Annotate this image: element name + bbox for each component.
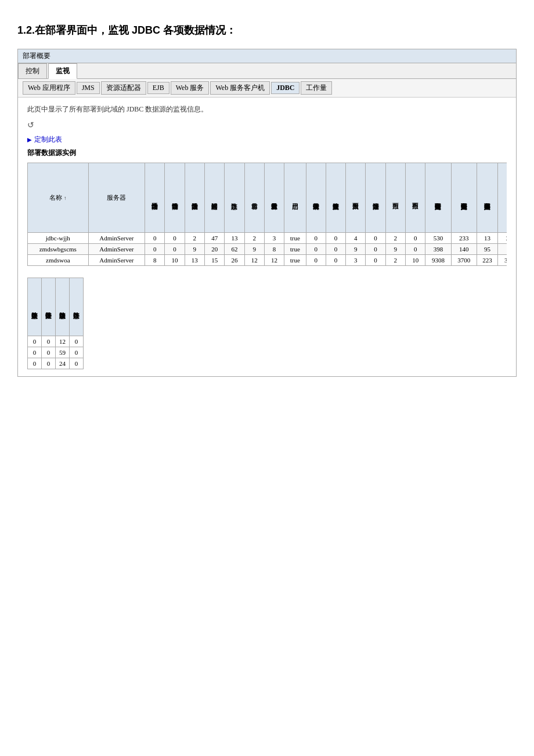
nav-workload[interactable]: 工作量 — [301, 81, 332, 95]
table-cell: AdminServer — [88, 233, 145, 244]
table-cell: 0 — [326, 233, 345, 244]
table-cell: 0 — [165, 244, 185, 255]
col-predef-add: 预定义义语句高速缓存存添加计数 — [451, 163, 477, 233]
second-table-cell: 12 — [56, 336, 70, 347]
main-table-wrapper: 名称 ↑ 服务器 活动连接平均计数 当前活动连接计数 最大活动连接计数 连接延迟… — [27, 163, 507, 266]
second-table-cell: 0 — [28, 347, 42, 358]
nav-bar: Web 应用程序 JMS 资源适配器 EJB Web 服务 Web 服务客户机 … — [18, 79, 516, 98]
table-cell: 10 — [165, 255, 185, 266]
customize-link-label: 定制此表 — [34, 135, 62, 145]
table-cell: 2 — [185, 233, 204, 244]
table-cell: 8 — [264, 244, 284, 255]
nav-web-client[interactable]: Web 服务客户机 — [210, 81, 270, 95]
second-header-row: 等待连接失败总数 最大等待连接计数 等待连接成功总数 等待连接总数 — [28, 278, 84, 336]
table-row: zmdswbgscmsAdminServer009206298true00909… — [28, 244, 507, 255]
table-cell: 3 — [346, 255, 366, 266]
col-failed-reserve: 失败的保留请求计数 — [306, 163, 326, 233]
second-table-cell: 24 — [56, 358, 70, 369]
table-cell: 0 — [145, 244, 165, 255]
nav-web-app[interactable]: Web 应用程序 — [23, 81, 75, 95]
table-cell: 0 — [366, 255, 385, 266]
col-wait-total: 等待连接总数 — [70, 278, 84, 336]
second-table-cell: 0 — [28, 358, 42, 369]
page-title: 1.2.在部署界面中，监视 JDBC 各项数据情况： — [17, 23, 517, 37]
second-table-row: 00240 — [28, 358, 84, 369]
table-header-row: 名称 ↑ 服务器 活动连接平均计数 当前活动连接计数 最大活动连接计数 连接延迟… — [28, 163, 507, 233]
col-predef-access: 预定义语句高速缓存存访问计数 — [425, 163, 451, 233]
section-title: 部署数据源实例 — [27, 148, 507, 158]
table-cell: 62 — [225, 244, 244, 255]
table-cell: AdminServer — [88, 255, 145, 266]
table-cell: 9 — [385, 244, 405, 255]
table-cell: true — [284, 233, 306, 244]
table-cell: jdbc-wjjh — [28, 233, 89, 244]
table-cell: 0 — [405, 233, 425, 244]
table-cell: 3700 — [451, 255, 477, 266]
table-cell: 9 — [185, 244, 204, 255]
col-wait-success: 等待连接成功总数 — [56, 278, 70, 336]
col-max-available: 最大可用数 — [346, 163, 366, 233]
second-table-cell: 0 — [42, 358, 56, 369]
tab-control[interactable]: 控制 — [18, 63, 47, 78]
table-cell: 12 — [244, 255, 264, 266]
table-cell: 0 — [145, 233, 165, 244]
content-area: 此页中显示了所有部署到此域的 JDBC 数据源的监视信息。 ↺ 定制此表 部署数… — [18, 98, 516, 376]
panel-header: 部署概要 — [18, 49, 516, 63]
col-available: 可用数 — [385, 163, 405, 233]
table-cell: 9308 — [425, 255, 451, 266]
nav-ejb[interactable]: EJB — [147, 82, 169, 94]
table-cell: 47 — [205, 233, 225, 244]
refresh-icon[interactable]: ↺ — [27, 120, 507, 130]
table-cell: 0 — [306, 255, 326, 266]
table-cell: 45 — [498, 244, 507, 255]
nav-web-service[interactable]: Web 服务 — [171, 81, 210, 95]
second-table-cell: 0 — [42, 347, 56, 358]
col-conn-total: 连接总数 — [225, 163, 244, 233]
table-cell: 9 — [346, 244, 366, 255]
table-cell: true — [284, 255, 306, 266]
col-name[interactable]: 名称 ↑ — [28, 163, 89, 233]
second-table-cell: 0 — [70, 358, 84, 369]
table-cell: 13 — [477, 233, 497, 244]
table-cell: 95 — [477, 244, 497, 255]
col-active-conn: 活动连接平均计数 — [145, 163, 165, 233]
tab-monitor[interactable]: 监视 — [48, 63, 77, 79]
table-cell: AdminServer — [88, 244, 145, 255]
col-wait-fail: 等待连接失败总数 — [28, 278, 42, 336]
table-row: jdbc-wjjhAdminServer002471323true0040205… — [28, 233, 507, 244]
nav-jms[interactable]: JMS — [77, 82, 100, 94]
col-max-active-conn: 最大活动连接计数 — [185, 163, 204, 233]
col-curr-capacity: 当前容量 — [244, 163, 264, 233]
col-predef-delete: 预定义义语句高速缓存存删除计数 — [498, 163, 507, 233]
tabs-row: 控制 监视 — [18, 63, 516, 79]
description: 此页中显示了所有部署到此域的 JDBC 数据源的监视信息。 — [27, 105, 507, 114]
second-table-cell: 0 — [28, 336, 42, 347]
table-cell: 2 — [385, 255, 405, 266]
table-cell: 0 — [165, 233, 185, 244]
table-cell: 9 — [244, 244, 264, 255]
nav-jdbc[interactable]: JDBC — [271, 82, 300, 94]
second-table-wrapper: 等待连接失败总数 最大等待连接计数 等待连接成功总数 等待连接总数 001200… — [27, 278, 507, 369]
second-table-cell: 59 — [56, 347, 70, 358]
second-table-cell: 0 — [70, 336, 84, 347]
second-table-body: 001200059000240 — [28, 336, 84, 369]
nav-resource-adapter[interactable]: 资源适配器 — [101, 81, 146, 95]
table-cell: 398 — [425, 244, 451, 255]
table-cell: 0 — [326, 255, 345, 266]
customize-link[interactable]: 定制此表 — [27, 135, 507, 145]
table-cell: 530 — [425, 233, 451, 244]
table-cell: 233 — [451, 233, 477, 244]
table-cell: 13 — [185, 255, 204, 266]
table-cell: 4 — [346, 233, 366, 244]
table-cell: 0 — [306, 233, 326, 244]
col-predef-size: 预定义义语句高速缓存存当前大小 — [477, 163, 497, 233]
table-cell: true — [284, 244, 306, 255]
col-conn-delay: 连接延迟时间 — [205, 163, 225, 233]
table-row: zmdswoaAdminServer8101315261212true00302… — [28, 255, 507, 266]
col-reconnect-fail: 重新连接失败计数 — [326, 163, 345, 233]
table-cell: zmdswoa — [28, 255, 89, 266]
table-cell: 13 — [225, 233, 244, 244]
second-table-row: 00590 — [28, 347, 84, 358]
col-server[interactable]: 服务器 — [88, 163, 145, 233]
table-cell: 0 — [306, 244, 326, 255]
